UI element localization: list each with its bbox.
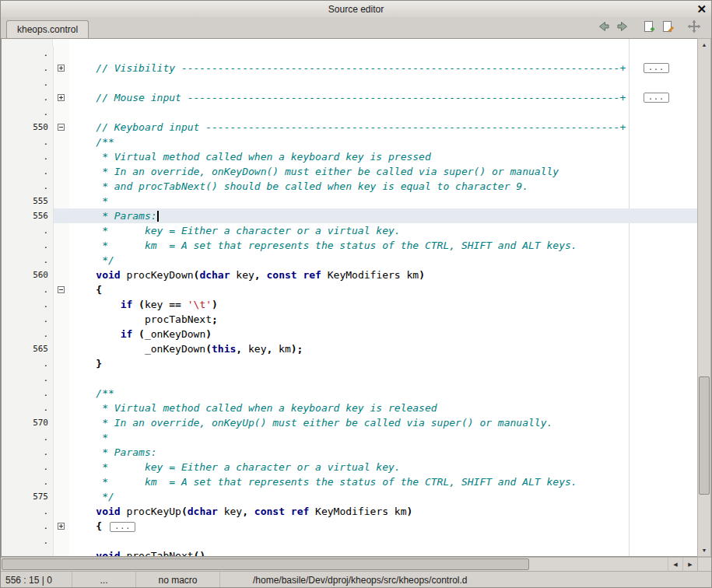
code-line[interactable]: . /** [2,386,697,401]
fold-gutter-cell [54,327,69,341]
code-line[interactable]: . {... [2,519,697,534]
code-line[interactable]: . procTabNext; [2,312,697,327]
folded-code-ellipsis[interactable]: ... [644,93,669,103]
line-number: . [2,46,54,61]
line-number: . [2,445,54,460]
code-line[interactable]: . * km = A set that represents the statu… [2,238,697,253]
nav-back-button[interactable] [595,19,613,37]
code-line[interactable]: 560 void procKeyDown(dchar key, const re… [2,268,697,282]
fold-gutter-cell [54,164,69,179]
nav-forward-button[interactable] [613,19,632,37]
code-line[interactable]: . */ [2,253,697,268]
fold-collapse-icon[interactable] [58,286,65,293]
line-number: . [2,149,54,164]
code-line[interactable]: . [2,105,697,120]
fold-expand-icon[interactable] [58,523,65,530]
nav-back-icon [597,19,611,37]
code-line[interactable]: . [2,534,697,548]
fold-gutter-cell [54,371,69,386]
fold-gutter-cell[interactable] [54,90,69,105]
code-line[interactable]: . void procTabNext() [2,548,697,557]
fold-gutter-cell [54,356,69,371]
fold-gutter-cell[interactable] [54,61,69,75]
fold-gutter-cell [54,208,69,223]
detach-view-button[interactable] [685,19,703,37]
vertical-scroll-track[interactable] [698,51,710,544]
horizontal-scroll-track[interactable] [1,558,668,571]
line-number: . [2,282,54,297]
line-number: 556 [2,208,54,223]
line-number: 555 [2,194,54,208]
code-line[interactable]: . } [2,356,697,371]
tab-kheops-control[interactable]: kheops.control [6,20,89,38]
line-number: . [2,548,54,557]
code-line[interactable]: 555 * [2,194,697,208]
code-text: * In an override, onKeyUp() must either … [69,415,697,430]
line-number: 565 [2,341,54,356]
fold-gutter-cell[interactable] [54,519,69,534]
code-line[interactable]: 570 * In an override, onKeyUp() must eit… [2,415,697,430]
code-line[interactable]: . * and procTabNext() should be called w… [2,179,697,194]
code-line[interactable]: . * Params: [2,445,697,460]
code-editor[interactable]: .. // Visibility -----------------------… [1,38,697,557]
code-line[interactable]: . * Virtual method called when a keyboar… [2,149,697,164]
code-line[interactable]: . if (_onKeyDown) [2,327,697,341]
code-text: * km = A set that represents the status … [69,238,697,253]
vertical-scrollbar[interactable]: ▲ ▼ [697,38,711,557]
code-text: // Visibility --------------------------… [69,61,697,75]
fold-collapse-icon[interactable] [58,124,65,131]
code-line[interactable]: . * [2,430,697,445]
code-text: * key = Either a character or a virtual … [69,223,697,238]
fold-gutter-cell [54,312,69,327]
code-line[interactable]: . void procKeyUp(dchar key, const ref Ke… [2,504,697,519]
document-edit-button[interactable] [658,19,677,37]
code-text: * Params: [69,445,697,460]
code-line[interactable]: . * Virtual method called when a keyboar… [2,401,697,415]
editor-toolbar [595,19,703,37]
fold-gutter-cell[interactable] [54,282,69,297]
code-line[interactable]: . [2,371,697,386]
code-line[interactable]: . /** [2,135,697,149]
line-number: . [2,223,54,238]
code-line[interactable]: . [2,46,697,61]
horizontal-scrollbar[interactable]: ◀ ▶ [1,557,711,571]
code-text: // Keyboard input ----------------------… [69,120,697,135]
line-number: . [2,430,54,445]
code-line[interactable]: . // Visibility ------------------------… [2,61,697,75]
code-line[interactable]: . { [2,282,697,297]
code-line[interactable]: . if (key == '\t') [2,297,697,312]
line-number: . [2,135,54,149]
code-line[interactable]: . * key = Either a character or a virtua… [2,223,697,238]
fold-gutter-cell [54,415,69,430]
fold-gutter-cell [54,548,69,557]
folded-code-ellipsis[interactable]: ... [110,522,135,532]
code-text: void procTabNext() [69,548,697,557]
folded-code-ellipsis[interactable]: ... [644,63,669,73]
fold-gutter-cell [54,504,69,519]
code-line[interactable]: . [2,75,697,90]
hint-panel: ... [72,572,136,588]
document-new-button[interactable] [640,19,658,37]
fold-expand-icon[interactable] [58,65,65,72]
code-line[interactable]: . * key = Either a character or a virtua… [2,460,697,474]
fold-gutter-cell[interactable] [54,120,69,135]
scroll-right-button[interactable]: ▶ [682,558,697,571]
code-line[interactable]: 575 */ [2,489,697,504]
horizontal-scroll-thumb[interactable] [2,558,529,570]
scroll-down-button[interactable]: ▼ [698,544,710,556]
code-line[interactable]: 550 // Keyboard input ------------------… [2,120,697,135]
fold-gutter-cell [54,179,69,194]
code-line[interactable]: 565 _onKeyDown(this, key, km); [2,341,697,356]
fold-expand-icon[interactable] [58,94,65,101]
code-line[interactable]: . * km = A set that represents the statu… [2,474,697,489]
titlebar[interactable]: Source editor ✕ [1,1,711,17]
current-code-line[interactable]: 556 * Params: [2,208,697,223]
code-line[interactable]: . * In an override, onKeyDown() must eit… [2,164,697,179]
close-icon[interactable]: ✕ [696,2,707,16]
vertical-scroll-thumb[interactable] [699,376,710,495]
scroll-left-button[interactable]: ◀ [668,558,682,571]
code-rows[interactable]: .. // Visibility -----------------------… [2,39,697,556]
scroll-up-button[interactable]: ▲ [698,39,710,51]
document-new-icon [642,19,656,37]
code-line[interactable]: . // Mouse input -----------------------… [2,90,697,105]
